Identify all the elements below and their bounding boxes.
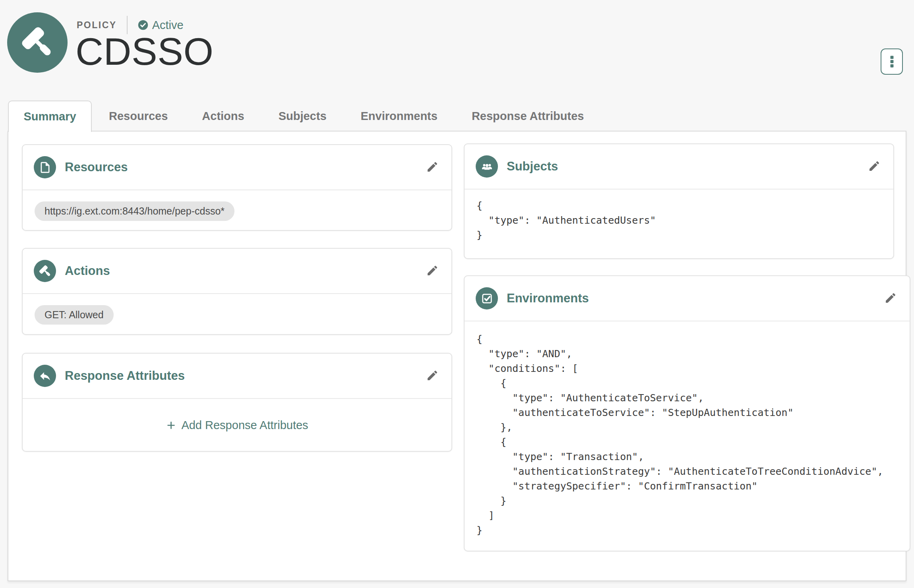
tab-bar: Summary Resources Actions Subjects Envir… bbox=[8, 101, 601, 132]
check-circle-icon bbox=[137, 19, 149, 31]
plus-icon bbox=[166, 420, 176, 431]
add-response-attributes-label: Add Response Attributes bbox=[181, 419, 308, 432]
response-attributes-card-body: Add Response Attributes bbox=[23, 399, 451, 452]
subjects-icon-circle bbox=[476, 155, 498, 178]
pencil-icon bbox=[868, 160, 881, 172]
tab-subjects[interactable]: Subjects bbox=[261, 101, 344, 132]
more-options-button[interactable] bbox=[881, 48, 903, 75]
resource-chip: https://ig.ext.com:8443/home/pep-cdsso* bbox=[35, 201, 234, 221]
gavel-icon bbox=[39, 265, 52, 278]
pencil-icon bbox=[426, 264, 439, 277]
page-title: CDSSO bbox=[76, 30, 213, 74]
add-response-attributes-button[interactable]: Add Response Attributes bbox=[166, 419, 308, 432]
actions-icon-circle bbox=[34, 260, 56, 282]
reply-icon bbox=[39, 369, 52, 383]
subjects-card: Subjects { "type": "AuthenticatedUsers" … bbox=[464, 143, 894, 259]
actions-card: Actions GET: Allowed bbox=[22, 248, 452, 335]
environments-card-body: { "type": "AND", "conditions": [ { "type… bbox=[465, 321, 910, 548]
subjects-json: { "type": "AuthenticatedUsers" } bbox=[476, 198, 881, 242]
tab-label: Summary bbox=[23, 110, 76, 123]
tab-summary[interactable]: Summary bbox=[8, 101, 92, 132]
file-icon bbox=[39, 161, 52, 174]
environments-card-header: Environments bbox=[465, 276, 910, 321]
environments-icon-circle bbox=[476, 287, 498, 309]
pencil-icon bbox=[426, 161, 439, 173]
tab-label: Subjects bbox=[279, 110, 327, 123]
summary-tab-panel: Resources https://ig.ext.com:8443/home/p… bbox=[8, 131, 906, 581]
response-attributes-card-header: Response Attributes bbox=[23, 354, 451, 399]
response-attributes-icon-circle bbox=[34, 365, 56, 387]
kebab-vertical-icon bbox=[890, 56, 894, 68]
response-attributes-card: Response Attributes Add Response Attribu… bbox=[22, 353, 452, 452]
environments-card-title: Environments bbox=[507, 291, 589, 306]
policy-summary-page: POLICY Active CDSSO Summary Resources Ac… bbox=[0, 0, 914, 588]
action-chip: GET: Allowed bbox=[35, 305, 114, 325]
edit-environments-button[interactable] bbox=[883, 291, 898, 306]
subjects-card-body: { "type": "AuthenticatedUsers" } bbox=[465, 190, 893, 251]
edit-subjects-button[interactable] bbox=[867, 159, 881, 174]
subjects-card-header: Subjects bbox=[465, 144, 893, 190]
subjects-card-title: Subjects bbox=[507, 159, 558, 174]
tab-label: Resources bbox=[109, 110, 168, 123]
actions-card-title: Actions bbox=[65, 264, 110, 278]
tab-label: Actions bbox=[202, 110, 244, 123]
actions-card-header: Actions bbox=[23, 249, 451, 294]
policy-avatar bbox=[7, 12, 68, 73]
tab-environments[interactable]: Environments bbox=[344, 101, 455, 132]
response-attributes-card-title: Response Attributes bbox=[65, 369, 185, 383]
actions-card-body: GET: Allowed bbox=[23, 294, 451, 336]
tab-label: Environments bbox=[361, 110, 438, 123]
environments-json: { "type": "AND", "conditions": [ { "type… bbox=[476, 332, 898, 538]
environments-card: Environments { "type": "AND", "condition… bbox=[464, 275, 910, 551]
gavel-icon bbox=[20, 25, 55, 60]
tab-actions[interactable]: Actions bbox=[185, 101, 261, 132]
tab-label: Response Attributes bbox=[472, 110, 584, 123]
resources-icon-circle bbox=[34, 156, 56, 178]
resources-card-body: https://ig.ext.com:8443/home/pep-cdsso* bbox=[23, 190, 451, 232]
users-icon bbox=[480, 160, 494, 173]
pencil-icon bbox=[884, 292, 897, 304]
tab-resources[interactable]: Resources bbox=[92, 101, 185, 132]
resources-card-title: Resources bbox=[65, 160, 128, 174]
check-square-icon bbox=[480, 292, 494, 305]
edit-resources-button[interactable] bbox=[425, 160, 440, 174]
edit-actions-button[interactable] bbox=[425, 264, 440, 278]
resources-card: Resources https://ig.ext.com:8443/home/p… bbox=[22, 144, 452, 231]
resources-card-header: Resources bbox=[23, 145, 451, 190]
edit-response-attributes-button[interactable] bbox=[425, 369, 440, 383]
entity-type-label: POLICY bbox=[77, 20, 117, 31]
pencil-icon bbox=[426, 369, 439, 382]
tab-response-attributes[interactable]: Response Attributes bbox=[455, 101, 601, 132]
